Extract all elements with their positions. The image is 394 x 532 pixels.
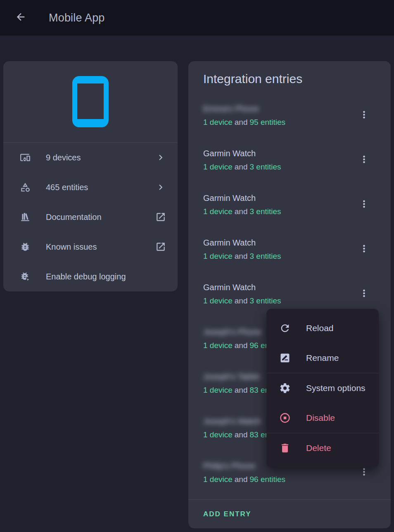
devices-row[interactable]: 9 devices <box>3 143 178 172</box>
enable-debug-logging-row[interactable]: Enable debug logging <box>3 262 178 291</box>
entry-entities-link[interactable]: 96 entities <box>249 475 285 484</box>
dots-vertical-icon <box>358 198 370 211</box>
bug-icon <box>20 241 31 252</box>
entry-subtitle: 1 deviceand95 entities <box>203 117 376 127</box>
integration-entry-row[interactable]: Emma's Phone 1 deviceand95 entities <box>188 93 391 138</box>
menu-item-rename[interactable]: Rename <box>266 343 379 373</box>
entry-devices-link[interactable]: 1 device <box>203 252 233 260</box>
bug-play-icon <box>20 271 31 282</box>
entry-subtitle-separator: and <box>235 386 248 394</box>
chevron-right-icon <box>155 182 166 193</box>
menu-item-disable[interactable]: Disable <box>266 403 379 433</box>
entry-entities-link[interactable]: 3 entities <box>249 207 281 216</box>
entry-entities-link[interactable]: 95 entities <box>249 118 285 126</box>
menu-item-label: Delete <box>306 443 331 453</box>
entry-subtitle: 1 deviceand3 entities <box>203 206 376 217</box>
entry-devices-link[interactable]: 1 device <box>203 341 233 350</box>
entry-devices-link[interactable]: 1 device <box>203 118 233 126</box>
entry-devices-link[interactable]: 1 device <box>203 475 233 484</box>
entry-subtitle: 1 deviceand3 entities <box>203 296 376 306</box>
delete-icon <box>279 442 291 454</box>
entry-name: Garmin Watch <box>203 282 376 293</box>
entry-menu-button[interactable] <box>354 150 374 170</box>
add-entry-button[interactable]: ADD ENTRY <box>203 510 252 518</box>
page-title: Mobile App <box>49 12 105 24</box>
entry-menu-button[interactable] <box>354 195 374 215</box>
dots-vertical-icon <box>358 154 370 167</box>
entities-row[interactable]: 465 entities <box>3 172 178 202</box>
documentation-link-label: Documentation <box>46 212 155 222</box>
entries-card-footer: ADD ENTRY <box>188 499 391 528</box>
stop-circle-outline-icon <box>279 412 291 424</box>
entry-entities-link[interactable]: 3 entities <box>249 252 281 260</box>
entry-menu-button[interactable] <box>354 239 374 259</box>
entry-context-menu: Reload Rename System options Disable Del… <box>266 309 379 468</box>
entry-name: Emma's Phone <box>203 103 376 115</box>
entry-entities-link[interactable]: 3 entities <box>249 296 281 305</box>
entry-subtitle-separator: and <box>235 341 248 350</box>
integration-entry-row[interactable]: Garmin Watch 1 deviceand3 entities <box>188 227 391 272</box>
entry-menu-button[interactable] <box>354 105 374 125</box>
entry-devices-link[interactable]: 1 device <box>203 296 233 305</box>
menu-item-label: Rename <box>306 353 339 363</box>
devices-link-label: 9 devices <box>46 153 155 162</box>
back-button[interactable] <box>14 11 27 24</box>
integration-logo-section <box>3 61 178 143</box>
entry-subtitle-separator: and <box>235 162 248 171</box>
entry-subtitle-separator: and <box>235 296 248 305</box>
menu-item-reload[interactable]: Reload <box>266 313 379 343</box>
integration-entry-row[interactable]: Garmin Watch 1 deviceand3 entities <box>188 138 391 182</box>
dots-vertical-icon <box>358 243 370 256</box>
chevron-right-icon <box>155 152 166 163</box>
entry-name: Garmin Watch <box>203 148 376 159</box>
entry-devices-link[interactable]: 1 device <box>203 162 233 171</box>
entry-subtitle-separator: and <box>235 207 248 216</box>
menu-item-label: Disable <box>306 413 335 423</box>
entities-link-label: 465 entities <box>46 183 155 192</box>
open-in-new-icon <box>155 212 166 222</box>
entry-devices-link[interactable]: 1 device <box>203 430 233 439</box>
entry-subtitle-separator: and <box>235 430 248 439</box>
known-issues-link-label: Known issues <box>46 242 155 252</box>
dots-vertical-icon <box>358 288 370 301</box>
shapes-icon <box>20 182 31 193</box>
app-header: Mobile App <box>0 0 394 36</box>
devices-icon <box>20 152 31 163</box>
menu-item-label: System options <box>306 383 366 393</box>
menu-item-label: Reload <box>306 323 334 333</box>
menu-item-delete[interactable]: Delete <box>266 433 379 463</box>
bookshelf-icon <box>20 212 31 222</box>
known-issues-row[interactable]: Known issues <box>3 232 178 262</box>
entry-devices-link[interactable]: 1 device <box>203 207 233 216</box>
open-in-new-icon <box>155 241 166 252</box>
entry-entities-link[interactable]: 3 entities <box>249 162 281 171</box>
entry-devices-link[interactable]: 1 device <box>203 386 233 394</box>
entry-subtitle: 1 deviceand3 entities <box>203 162 376 172</box>
enable-debug-logging-label: Enable debug logging <box>46 272 166 282</box>
entry-subtitle-separator: and <box>235 475 248 484</box>
entries-card-title: Integration entries <box>188 61 391 93</box>
dots-vertical-icon <box>358 466 370 479</box>
cog-icon <box>279 382 291 394</box>
entry-subtitle: 1 deviceand96 entities <box>203 474 376 484</box>
refresh-icon <box>279 322 291 334</box>
entry-subtitle-separator: and <box>235 252 248 260</box>
entry-subtitle-separator: and <box>235 118 248 126</box>
rename-box-icon <box>279 352 291 364</box>
cellphone-icon <box>72 76 109 127</box>
arrow-left-icon <box>15 11 26 24</box>
dots-vertical-icon <box>358 109 370 122</box>
menu-item-system-options[interactable]: System options <box>266 373 379 403</box>
entry-menu-button[interactable] <box>354 284 374 304</box>
entry-name: Garmin Watch <box>203 193 376 204</box>
integration-entry-row[interactable]: Garmin Watch 1 deviceand3 entities <box>188 182 391 227</box>
entry-name: Garmin Watch <box>203 237 376 248</box>
integration-info-card: 9 devices 465 entities Documentation Kno… <box>3 61 178 291</box>
documentation-row[interactable]: Documentation <box>3 202 178 232</box>
entry-subtitle: 1 deviceand3 entities <box>203 251 376 261</box>
